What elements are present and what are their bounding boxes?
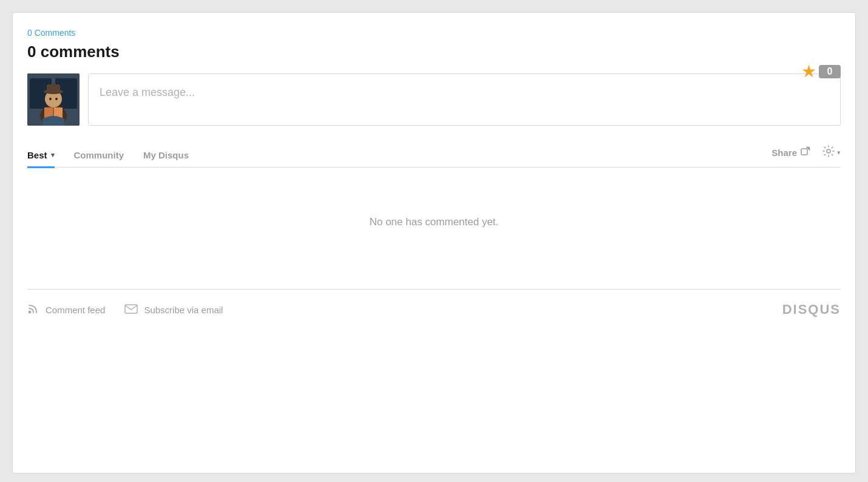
- disqus-widget: 0 Comments 0 comments ★ 0: [12, 12, 856, 474]
- star-icon[interactable]: ★: [801, 61, 816, 81]
- comments-count-link[interactable]: 0 Comments: [27, 28, 75, 38]
- svg-rect-16: [125, 305, 137, 313]
- svg-point-7: [49, 98, 52, 100]
- message-input[interactable]: [88, 73, 841, 126]
- subscribe-email-link[interactable]: Subscribe via email: [124, 303, 223, 317]
- svg-point-15: [29, 310, 32, 313]
- empty-state: No one has commented yet.: [27, 168, 841, 289]
- share-icon: [801, 146, 810, 158]
- best-chevron-icon: ▾: [51, 151, 55, 159]
- tabs-right-actions: Share ▾: [771, 145, 841, 165]
- tab-community[interactable]: Community: [74, 144, 124, 168]
- star-badge-area: ★ 0: [801, 61, 841, 81]
- svg-point-14: [827, 149, 830, 153]
- tabs-row: Best ▾ Community My Disqus Share: [27, 143, 841, 168]
- svg-point-8: [55, 98, 58, 100]
- email-icon: [124, 303, 138, 317]
- comment-input-row: [27, 73, 841, 126]
- share-button[interactable]: Share: [771, 146, 810, 158]
- svg-rect-6: [47, 84, 60, 93]
- vote-count-badge: 0: [819, 65, 841, 78]
- rss-icon: [27, 302, 39, 317]
- svg-rect-13: [801, 149, 807, 155]
- comments-heading: 0 comments: [27, 42, 841, 61]
- settings-button[interactable]: ▾: [822, 145, 841, 160]
- footer: Comment feed Subscribe via email DISQUS: [27, 290, 841, 331]
- gear-chevron-icon: ▾: [837, 149, 841, 157]
- comment-feed-link[interactable]: Comment feed: [27, 302, 105, 317]
- user-avatar: [27, 73, 80, 126]
- gear-icon: [822, 145, 835, 160]
- tab-my-disqus[interactable]: My Disqus: [143, 144, 189, 168]
- disqus-brand: DISQUS: [782, 302, 841, 317]
- tab-best[interactable]: Best ▾: [27, 144, 55, 168]
